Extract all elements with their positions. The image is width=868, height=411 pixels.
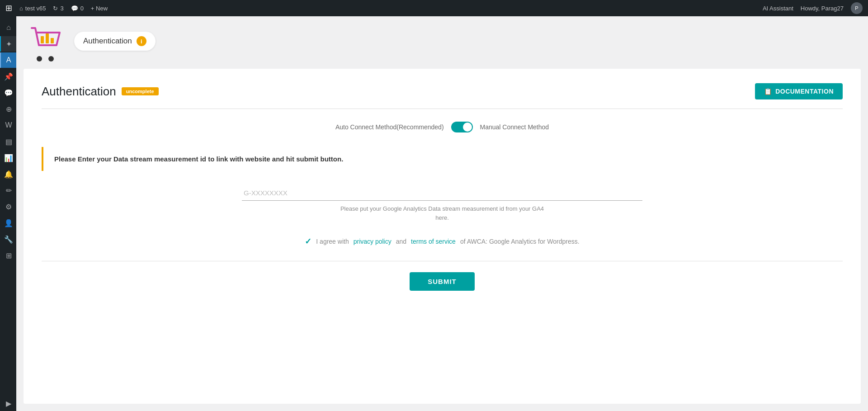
terms-of-service-link[interactable]: terms of service	[411, 238, 456, 245]
sidebar-item-analytics[interactable]: ✦	[0, 36, 16, 52]
input-section: Please put your Google Analytics Data st…	[42, 185, 843, 222]
sidebar-item-analytics-plugin[interactable]: A	[0, 52, 16, 68]
cart-icon	[27, 24, 63, 55]
toggle-right-label: Manual Connect Method	[480, 123, 549, 131]
title-divider	[42, 109, 843, 109]
topbar-right: AI Assistant Howdy, Parag27 P	[763, 2, 863, 14]
sidebar-item-settings[interactable]: ⚙	[0, 199, 16, 214]
measurement-id-input[interactable]	[242, 185, 642, 201]
cart-wheels	[37, 56, 54, 61]
info-circle-icon[interactable]: i	[137, 36, 146, 46]
agree-text-after: of AWCA: Google Analytics for Wordpress.	[460, 238, 580, 245]
auth-bubble: Authentication i	[74, 32, 156, 51]
input-hint: Please put your Google Analytics Data st…	[340, 204, 544, 222]
agree-text-and: and	[396, 238, 406, 245]
info-box-message: Please Enter your Data stream measuremen…	[54, 155, 343, 163]
status-badge: uncomplete	[122, 87, 159, 95]
plugin-logo	[27, 24, 63, 61]
sidebar-item-users[interactable]: 👤	[0, 215, 16, 231]
updates-link[interactable]: ↻ 3	[53, 5, 63, 12]
sidebar-item-dashboard[interactable]: ⌂	[0, 20, 16, 35]
svg-rect-1	[46, 33, 49, 43]
toggle-thumb	[463, 123, 472, 132]
sidebar-item-jetpack[interactable]: ⊕	[0, 101, 16, 117]
ai-assistant-link[interactable]: AI Assistant	[763, 5, 793, 12]
sidebar: ⌂ ✦ A 📌 💬 ⊕ W ▤ 📊 🔔 ✏ ⚙ 👤 🔧 ⊞ ▶	[0, 16, 16, 411]
agree-check-icon: ✓	[305, 236, 311, 246]
plugin-header: Authentication i	[16, 16, 868, 61]
sidebar-item-wrench[interactable]: 🔧	[0, 231, 16, 247]
submit-divider	[42, 261, 843, 261]
svg-rect-0	[41, 36, 44, 43]
page-title: Authentication	[42, 85, 116, 99]
page-title-row: Authentication uncomplete 📋 DOCUMENTATIO…	[42, 83, 843, 99]
agree-text-before: I agree with	[316, 238, 349, 245]
cart-wheel-left	[37, 56, 42, 61]
content-area: Authentication uncomplete 📋 DOCUMENTATIO…	[24, 69, 861, 404]
sidebar-item-pages[interactable]: ▤	[0, 134, 16, 149]
sidebar-item-notifications[interactable]: 🔔	[0, 166, 16, 182]
sidebar-item-stats[interactable]: 📊	[0, 150, 16, 165]
home-icon: ⌂	[19, 5, 23, 12]
submit-button[interactable]: SUBMIT	[410, 272, 475, 291]
new-content-link[interactable]: + New	[91, 5, 108, 12]
updates-icon: ↻	[53, 5, 58, 12]
bubble-title: Authentication	[83, 37, 132, 46]
submit-row: SUBMIT	[42, 272, 843, 291]
comments-link[interactable]: 💬 0	[71, 5, 84, 12]
sidebar-item-plugins[interactable]: ⊞	[0, 248, 16, 263]
privacy-policy-link[interactable]: privacy policy	[354, 238, 392, 245]
sidebar-item-woo[interactable]: W	[0, 118, 16, 133]
doc-book-icon: 📋	[764, 88, 772, 95]
svg-rect-2	[51, 38, 54, 43]
sidebar-item-pin[interactable]: 📌	[0, 69, 16, 84]
site-name-link[interactable]: ⌂ test v65	[19, 5, 46, 12]
sidebar-item-tools[interactable]: ✏	[0, 183, 16, 198]
connect-method-toggle[interactable]	[451, 122, 473, 132]
info-box: Please Enter your Data stream measuremen…	[42, 147, 843, 171]
sidebar-item-play[interactable]: ▶	[0, 396, 16, 411]
sidebar-item-comments[interactable]: 💬	[0, 85, 16, 100]
toggle-left-label: Auto Connect Method(Recommended)	[335, 123, 444, 131]
page-title-left: Authentication uncomplete	[42, 85, 159, 99]
avatar[interactable]: P	[851, 2, 863, 14]
wp-icon[interactable]: ⊞	[5, 3, 12, 13]
toggle-track	[451, 122, 473, 132]
topbar: ⊞ ⌂ test v65 ↻ 3 💬 0 + New AI Assistant …	[0, 0, 868, 16]
agreement-row: ✓ I agree with privacy policy and terms …	[42, 236, 843, 246]
toggle-row: Auto Connect Method(Recommended) Manual …	[42, 122, 843, 132]
comments-icon: 💬	[71, 5, 78, 12]
main-wrapper: Authentication i Authentication uncomple…	[16, 16, 868, 411]
cart-wheel-right	[48, 56, 54, 61]
howdy-label: Howdy, Parag27	[801, 5, 844, 12]
documentation-button[interactable]: 📋 DOCUMENTATION	[755, 83, 843, 99]
